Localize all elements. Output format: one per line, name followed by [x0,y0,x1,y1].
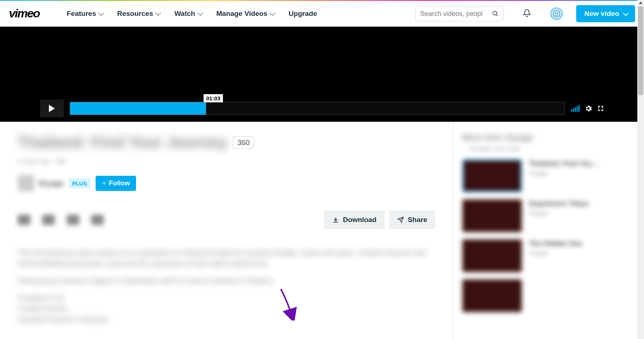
svg-text:vimeo: vimeo [9,7,40,20]
plus-icon [102,181,107,186]
video-description: This VR experience takes viewers on an e… [18,248,435,325]
plus-badge: PLUS [69,178,90,188]
play-icon [49,105,55,112]
fullscreen-icon[interactable] [597,105,604,112]
share-icon [397,217,404,223]
search-icon[interactable] [492,10,499,17]
svg-point-4 [555,13,556,13]
chevron-down-icon [623,10,629,16]
scroll-up-icon[interactable] [639,1,643,4]
play-button[interactable] [40,100,64,117]
scrubber[interactable]: 01:03 [70,102,565,115]
sidebar-title: More from Voyage [462,133,635,142]
related-video-item[interactable]: Experience TokyoVoyage [462,199,635,232]
author-block[interactable]: Voyage [18,175,64,191]
follow-button[interactable]: Follow [96,176,136,191]
scrollbar[interactable] [637,0,644,339]
nav-watch[interactable]: Watch [174,10,201,18]
nav-resources[interactable]: Resources [117,10,159,18]
related-thumb [462,160,522,192]
collections-button[interactable] [67,215,79,225]
volume-control[interactable] [571,105,580,112]
related-video-item[interactable]: Thailand: Find You…Voyage [462,160,635,192]
watch-later-button[interactable] [42,215,55,225]
nav-upgrade[interactable]: Upgrade [289,10,317,18]
search-box[interactable] [415,6,504,21]
chevron-down-icon [155,10,161,16]
new-video-button[interactable]: New video [576,5,635,22]
main-content: Thailand: Find Your Journey 360 3 years … [0,122,453,339]
time-tooltip: 01:03 [203,94,223,103]
avatar[interactable] [550,7,563,20]
chevron-down-icon [98,10,104,16]
sidebar-subtitle: Autoplay next video [462,145,635,152]
related-video-item[interactable] [462,279,635,312]
video-title: Thailand: Find Your Journey [18,134,227,151]
chevron-down-icon [269,10,275,16]
main-header: vimeo Features Resources Watch Manage Vi… [0,1,644,27]
badge-360: 360 [233,137,253,149]
search-input[interactable] [420,10,489,18]
download-icon [332,217,339,223]
player-controls: 01:03 [40,100,604,117]
nav-features[interactable]: Features [67,10,102,18]
related-thumb [462,279,522,312]
svg-line-2 [496,14,498,16]
svg-point-5 [557,13,558,13]
share-button[interactable]: Share [389,211,435,229]
sidebar: More from Voyage Autoplay next video Tha… [453,122,644,339]
related-thumb [462,239,522,272]
svg-point-1 [493,11,497,15]
notifications-button[interactable] [517,9,537,19]
like-button[interactable] [18,215,30,225]
author-avatar [18,175,34,191]
settings-icon[interactable] [585,105,592,112]
scrollbar-thumb[interactable] [638,6,643,95]
nav-manage-videos[interactable]: Manage Videos [216,10,274,18]
svg-point-3 [553,10,560,17]
related-video-item[interactable]: The Hidden SeaVoyage [462,239,635,272]
more-button[interactable] [91,215,104,225]
primary-nav: Features Resources Watch Manage Videos U… [67,10,317,18]
video-meta: 3 years ago · 360 [18,158,435,165]
video-player[interactable]: 01:03 [0,27,644,122]
scrubber-progress [70,102,206,115]
engagement-row: Download Share [18,205,435,235]
logo[interactable]: vimeo [9,7,53,20]
chevron-down-icon [197,10,203,16]
author-name: Voyage [38,179,64,188]
related-thumb [462,199,522,232]
download-button[interactable]: Download [324,211,385,229]
